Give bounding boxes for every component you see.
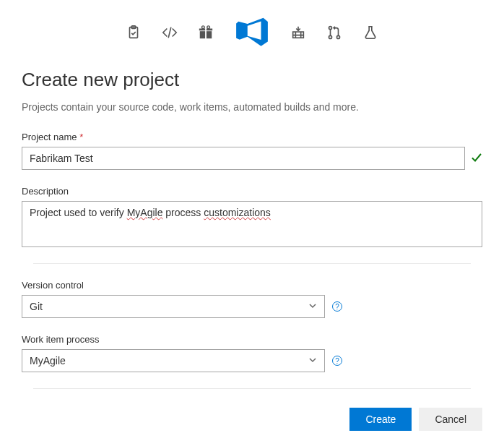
project-name-input[interactable] bbox=[22, 147, 465, 170]
project-name-label: Project name * bbox=[22, 132, 482, 142]
test-flask-icon[interactable] bbox=[362, 25, 378, 40]
page-subtitle: Projects contain your source code, work … bbox=[22, 101, 482, 113]
help-icon[interactable]: ? bbox=[332, 356, 342, 366]
svg-point-9 bbox=[329, 27, 331, 30]
build-icon[interactable] bbox=[290, 25, 306, 40]
pull-request-icon[interactable] bbox=[326, 25, 342, 40]
clipboard-check-icon[interactable] bbox=[126, 25, 142, 40]
page-title: Create new project bbox=[22, 69, 482, 91]
create-button[interactable]: Create bbox=[349, 408, 412, 431]
chevron-down-icon bbox=[308, 301, 317, 312]
version-control-select[interactable]: Git bbox=[22, 295, 325, 318]
version-control-value: Git bbox=[30, 301, 43, 312]
code-icon[interactable] bbox=[162, 25, 178, 40]
button-row: Create Cancel bbox=[22, 408, 482, 431]
checkmark-icon bbox=[471, 152, 482, 166]
help-icon[interactable]: ? bbox=[332, 301, 342, 312]
work-item-process-field: Work item process MyAgile ? bbox=[22, 334, 482, 372]
cancel-button[interactable]: Cancel bbox=[419, 408, 482, 431]
work-item-process-label: Work item process bbox=[22, 334, 482, 345]
required-marker: * bbox=[79, 132, 83, 142]
divider bbox=[33, 388, 471, 389]
service-icon-row bbox=[22, 14, 482, 51]
project-name-field: Project name * bbox=[22, 132, 482, 170]
svg-rect-3 bbox=[207, 31, 212, 38]
work-item-process-value: MyAgile bbox=[30, 355, 66, 366]
svg-rect-2 bbox=[200, 31, 205, 38]
description-input[interactable]: Project used to verify MyAgile process c… bbox=[22, 201, 482, 247]
chevron-down-icon bbox=[308, 355, 317, 366]
description-field: Description Project used to verify MyAgi… bbox=[22, 186, 482, 247]
svg-point-11 bbox=[336, 35, 339, 38]
divider bbox=[33, 263, 471, 264]
svg-point-6 bbox=[202, 26, 205, 29]
version-control-label: Version control bbox=[22, 280, 482, 291]
gift-icon[interactable] bbox=[198, 25, 214, 40]
svg-rect-5 bbox=[207, 29, 212, 31]
svg-point-7 bbox=[207, 26, 210, 29]
description-label: Description bbox=[22, 186, 482, 197]
svg-point-10 bbox=[329, 35, 331, 38]
version-control-field: Version control Git ? bbox=[22, 280, 482, 318]
svg-rect-4 bbox=[199, 29, 205, 31]
azure-devops-icon[interactable] bbox=[234, 14, 270, 51]
work-item-process-select[interactable]: MyAgile bbox=[22, 349, 325, 372]
